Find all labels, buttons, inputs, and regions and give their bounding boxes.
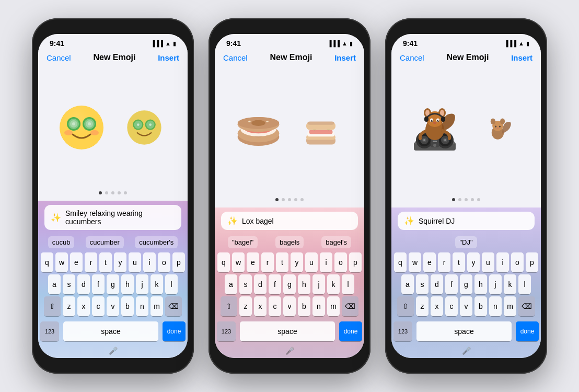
space-key-3[interactable]: space xyxy=(416,321,512,341)
key-2-a[interactable]: a xyxy=(225,274,237,294)
key-k[interactable]: k xyxy=(150,274,163,294)
mic-icon-2[interactable]: 🎤 xyxy=(285,347,294,355)
key-3-d[interactable]: d xyxy=(431,274,443,294)
key-2-c[interactable]: c xyxy=(269,296,281,316)
key-f[interactable]: f xyxy=(92,274,105,294)
suggestion-3-1[interactable]: "DJ" xyxy=(455,236,477,248)
shift-key-3[interactable]: ⇧ xyxy=(397,296,414,316)
key-2-o[interactable]: o xyxy=(334,252,347,272)
key-o[interactable]: o xyxy=(158,252,170,272)
key-2-w[interactable]: w xyxy=(232,252,245,272)
key-v[interactable]: v xyxy=(107,296,119,316)
key-2-v[interactable]: v xyxy=(283,296,296,316)
delete-key-3[interactable]: ⌫ xyxy=(518,296,535,316)
key-e[interactable]: e xyxy=(70,252,83,272)
space-key-1[interactable]: space xyxy=(63,321,158,341)
key-j[interactable]: j xyxy=(136,274,148,294)
key-2-g[interactable]: g xyxy=(283,274,296,294)
key-y[interactable]: y xyxy=(114,252,126,272)
cancel-button-3[interactable]: Cancel xyxy=(400,53,424,62)
emoji-item-2b[interactable] xyxy=(295,105,347,157)
key-3-y[interactable]: y xyxy=(467,252,480,272)
key-3-k[interactable]: k xyxy=(504,274,516,294)
key-g[interactable]: g xyxy=(107,274,119,294)
key-3-n[interactable]: n xyxy=(489,296,502,316)
key-2-z[interactable]: z xyxy=(239,296,252,316)
key-3-f[interactable]: f xyxy=(445,274,458,294)
key-2-t[interactable]: t xyxy=(276,252,288,272)
key-w[interactable]: w xyxy=(55,252,68,272)
emoji-item-1a[interactable] xyxy=(55,101,108,154)
key-3-z[interactable]: z xyxy=(416,296,429,316)
delete-key-1[interactable]: ⌫ xyxy=(165,296,182,316)
key-3-c[interactable]: c xyxy=(445,296,458,316)
key-3-m[interactable]: m xyxy=(504,296,516,316)
cancel-button-1[interactable]: Cancel xyxy=(47,53,71,62)
key-d[interactable]: d xyxy=(77,274,90,294)
suggestion-2-2[interactable]: bagels xyxy=(275,236,304,248)
search-field-1[interactable]: ✨ Smiley relaxing wearing cucumbers xyxy=(44,205,181,230)
key-q[interactable]: q xyxy=(41,252,53,272)
key-2-e[interactable]: e xyxy=(247,252,259,272)
delete-key-2[interactable]: ⌫ xyxy=(342,296,358,316)
key-2-h[interactable]: h xyxy=(298,274,310,294)
key-c[interactable]: c xyxy=(92,296,105,316)
key-3-p[interactable]: p xyxy=(526,252,538,272)
key-3-x[interactable]: x xyxy=(431,296,443,316)
insert-button-1[interactable]: Insert xyxy=(158,53,179,62)
key-2-n[interactable]: n xyxy=(312,296,325,316)
key-h[interactable]: h xyxy=(121,274,134,294)
suggestion-2-3[interactable]: bagel's xyxy=(321,236,351,248)
key-2-d[interactable]: d xyxy=(254,274,267,294)
key-r[interactable]: r xyxy=(85,252,97,272)
key-2-q[interactable]: q xyxy=(217,252,230,272)
cancel-button-2[interactable]: Cancel xyxy=(223,53,248,62)
key-2-x[interactable]: x xyxy=(254,296,267,316)
key-z[interactable]: z xyxy=(63,296,75,316)
key-2-l[interactable]: l xyxy=(342,274,354,294)
num-key-2[interactable]: 123 xyxy=(217,321,236,341)
key-3-v[interactable]: v xyxy=(460,296,472,316)
suggestion-1-2[interactable]: cucumber xyxy=(86,236,124,248)
shift-key-1[interactable]: ⇧ xyxy=(44,296,61,316)
key-3-t[interactable]: t xyxy=(453,252,465,272)
key-3-j[interactable]: j xyxy=(489,274,502,294)
key-2-j[interactable]: j xyxy=(312,274,325,294)
key-a[interactable]: a xyxy=(48,274,61,294)
emoji-item-3a[interactable] xyxy=(409,105,461,157)
key-3-q[interactable]: q xyxy=(394,252,407,272)
key-3-g[interactable]: g xyxy=(460,274,472,294)
insert-button-2[interactable]: Insert xyxy=(334,53,356,62)
num-key-1[interactable]: 123 xyxy=(40,321,59,341)
key-p[interactable]: p xyxy=(172,252,185,272)
key-3-a[interactable]: a xyxy=(401,274,414,294)
key-3-h[interactable]: h xyxy=(474,274,487,294)
done-key-2[interactable]: done xyxy=(339,321,362,341)
suggestion-2-1[interactable]: "bagel" xyxy=(228,236,258,248)
key-l[interactable]: l xyxy=(165,274,178,294)
key-3-w[interactable]: w xyxy=(409,252,421,272)
search-field-2[interactable]: ✨ Lox bagel xyxy=(221,212,358,230)
key-2-r[interactable]: r xyxy=(261,252,274,272)
emoji-item-1b[interactable] xyxy=(118,101,170,154)
key-3-s[interactable]: s xyxy=(416,274,429,294)
key-i[interactable]: i xyxy=(143,252,156,272)
key-2-u[interactable]: u xyxy=(305,252,318,272)
insert-button-3[interactable]: Insert xyxy=(511,53,532,62)
key-2-k[interactable]: k xyxy=(327,274,340,294)
key-s[interactable]: s xyxy=(63,274,75,294)
key-3-l[interactable]: l xyxy=(518,274,531,294)
key-2-m[interactable]: m xyxy=(327,296,340,316)
key-3-i[interactable]: i xyxy=(496,252,509,272)
key-m[interactable]: m xyxy=(150,296,163,316)
emoji-item-2a[interactable] xyxy=(232,105,284,157)
key-3-r[interactable]: r xyxy=(438,252,450,272)
key-3-b[interactable]: b xyxy=(474,296,487,316)
shift-key-2[interactable]: ⇧ xyxy=(221,296,237,316)
search-field-3[interactable]: ✨ Squirrel DJ xyxy=(398,212,535,230)
key-x[interactable]: x xyxy=(77,296,90,316)
key-2-s[interactable]: s xyxy=(239,274,252,294)
key-t[interactable]: t xyxy=(99,252,112,272)
suggestion-1-1[interactable]: cucub xyxy=(48,236,75,248)
key-3-e[interactable]: e xyxy=(423,252,436,272)
